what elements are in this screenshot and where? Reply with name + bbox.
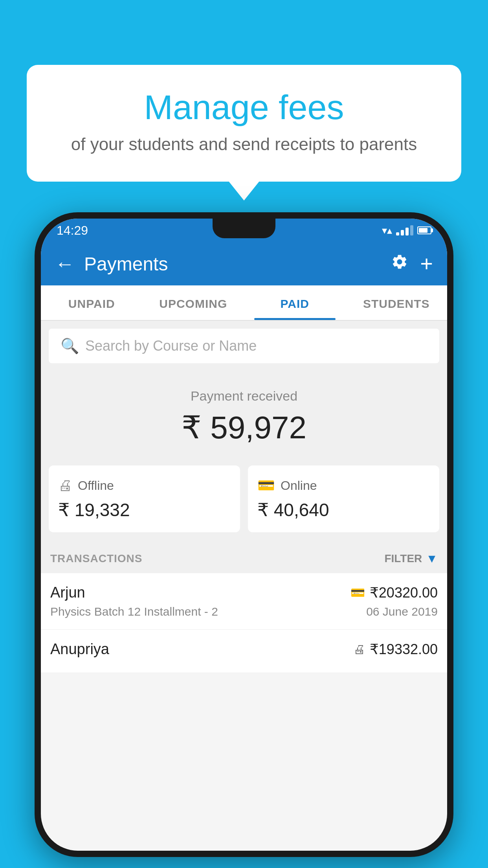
online-label: Online [281, 478, 317, 493]
offline-icon: 🖨 [58, 477, 72, 494]
bubble-subtitle: of your students and send receipts to pa… [46, 134, 442, 154]
status-bar: 14:29 ▾▴ [41, 219, 447, 242]
payment-cards: 🖨 Offline ₹ 19,332 💳 Online ₹ 40,640 [41, 458, 447, 540]
signal-icon [396, 225, 413, 235]
battery-icon [417, 226, 431, 234]
content-area: 🔍 Search by Course or Name Payment recei… [41, 321, 447, 673]
offline-card-header: 🖨 Offline [58, 477, 231, 494]
phone-screen: 14:29 ▾▴ ← Pay [41, 219, 447, 851]
transaction-amount: ₹19332.00 [370, 641, 438, 658]
tab-paid[interactable]: PAID [244, 285, 346, 320]
transactions-header: TRANSACTIONS FILTER ▼ [41, 540, 447, 573]
student-name: Anupriya [50, 641, 109, 658]
filter-label: FILTER [384, 552, 422, 565]
online-icon: 💳 [257, 477, 275, 494]
settings-button[interactable] [391, 253, 408, 274]
payment-summary: Payment received ₹ 59,972 [41, 371, 447, 458]
payment-received-label: Payment received [49, 388, 439, 404]
add-button[interactable]: + [420, 253, 433, 275]
table-row[interactable]: Anupriya 🖨 ₹19332.00 [41, 630, 447, 673]
transactions-label: TRANSACTIONS [50, 552, 142, 565]
pay-type-icon: 💳 [350, 586, 365, 600]
bubble-title: Manage fees [46, 88, 442, 127]
wifi-icon: ▾▴ [382, 224, 392, 237]
phone-frame: 14:29 ▾▴ ← Pay [35, 212, 453, 857]
gear-icon [391, 253, 408, 270]
offline-card: 🖨 Offline ₹ 19,332 [49, 465, 240, 532]
tab-upcoming[interactable]: UPCOMING [143, 285, 244, 320]
transaction-date: 06 June 2019 [366, 605, 438, 618]
payment-amount: ₹ 59,972 [49, 409, 439, 446]
amount-wrap: 🖨 ₹19332.00 [353, 641, 438, 658]
transaction-list: Arjun 💳 ₹20320.00 Physics Batch 12 Insta… [41, 573, 447, 673]
online-card-header: 💳 Online [257, 477, 430, 494]
back-button[interactable]: ← [55, 252, 75, 275]
online-amount: ₹ 40,640 [257, 499, 430, 520]
tab-unpaid[interactable]: UNPAID [41, 285, 143, 320]
transaction-amount: ₹20320.00 [370, 585, 438, 601]
online-card: 💳 Online ₹ 40,640 [248, 465, 439, 532]
tabs-bar: UNPAID UPCOMING PAID STUDENTS [41, 285, 447, 321]
status-icons: ▾▴ [382, 224, 431, 237]
search-bar[interactable]: 🔍 Search by Course or Name [49, 329, 439, 363]
status-time: 14:29 [57, 223, 88, 238]
filter-icon: ▼ [426, 552, 438, 565]
filter-button[interactable]: FILTER ▼ [384, 552, 438, 565]
table-row[interactable]: Arjun 💳 ₹20320.00 Physics Batch 12 Insta… [41, 573, 447, 630]
amount-wrap: 💳 ₹20320.00 [350, 585, 438, 601]
app-bar-actions: + [391, 253, 433, 275]
app-bar-title: Payments [84, 253, 382, 275]
app-bar: ← Payments + [41, 242, 447, 285]
offline-amount: ₹ 19,332 [58, 499, 231, 520]
transaction-bottom: Physics Batch 12 Installment - 2 06 June… [50, 605, 438, 618]
student-name: Arjun [50, 584, 85, 601]
search-placeholder: Search by Course or Name [85, 338, 257, 354]
offline-label: Offline [78, 478, 114, 493]
speech-bubble: Manage fees of your students and send re… [27, 65, 461, 182]
course-name: Physics Batch 12 Installment - 2 [50, 605, 218, 618]
tab-students[interactable]: STUDENTS [346, 285, 448, 320]
notch [213, 219, 275, 238]
transaction-top: Arjun 💳 ₹20320.00 [50, 584, 438, 601]
search-icon: 🔍 [61, 337, 79, 355]
transaction-top: Anupriya 🖨 ₹19332.00 [50, 641, 438, 658]
pay-type-icon: 🖨 [353, 643, 365, 656]
